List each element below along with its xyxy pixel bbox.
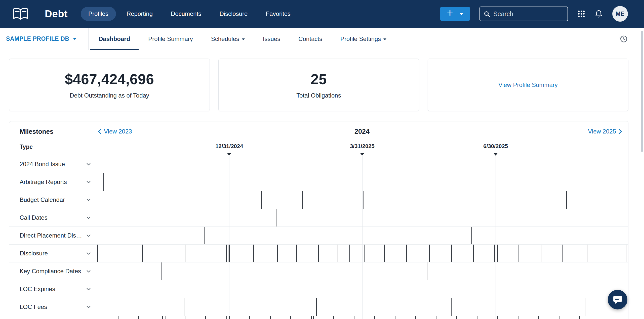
history-icon[interactable] bbox=[619, 34, 628, 43]
profile-selector[interactable]: SAMPLE PROFILE DB bbox=[0, 28, 89, 50]
milestone-tick[interactable] bbox=[451, 298, 452, 316]
milestone-tick[interactable] bbox=[349, 245, 350, 262]
search-box[interactable] bbox=[479, 7, 568, 21]
milestone-tick[interactable] bbox=[559, 316, 559, 319]
milestone-tick[interactable] bbox=[261, 191, 262, 209]
milestone-tick[interactable] bbox=[471, 227, 472, 244]
milestone-tick[interactable] bbox=[518, 316, 518, 319]
milestone-row-label-cell[interactable]: 2024 Bond Issue bbox=[9, 155, 96, 173]
tab-profile-settings[interactable]: Profile Settings bbox=[332, 28, 395, 50]
chevron-down-icon[interactable] bbox=[86, 268, 91, 274]
milestone-row-label-cell[interactable]: Call Dates bbox=[9, 209, 96, 226]
nav-item-favorites[interactable]: Favorites bbox=[258, 7, 298, 21]
milestone-tick[interactable] bbox=[253, 245, 254, 262]
milestone-tick[interactable] bbox=[313, 316, 314, 319]
milestone-tick[interactable] bbox=[415, 316, 416, 319]
chevron-down-icon[interactable] bbox=[86, 161, 91, 167]
milestone-tick[interactable] bbox=[229, 245, 230, 262]
milestone-tick[interactable] bbox=[562, 245, 563, 262]
chevron-down-icon[interactable] bbox=[86, 233, 91, 238]
milestone-tick[interactable] bbox=[229, 316, 230, 319]
milestone-tick[interactable] bbox=[427, 262, 427, 280]
milestone-tick[interactable] bbox=[184, 298, 184, 316]
milestone-tick[interactable] bbox=[477, 316, 477, 319]
milestone-row-label-cell[interactable]: Key Compliance Dates bbox=[9, 262, 96, 280]
tab-dashboard[interactable]: Dashboard bbox=[90, 28, 139, 50]
milestone-tick[interactable] bbox=[162, 262, 162, 280]
tab-contacts[interactable]: Contacts bbox=[290, 28, 331, 50]
chevron-down-icon[interactable] bbox=[86, 304, 91, 310]
milestone-tick[interactable] bbox=[276, 209, 276, 226]
chat-launcher-button[interactable] bbox=[608, 290, 627, 309]
milestone-tick[interactable] bbox=[138, 316, 139, 319]
chevron-down-icon[interactable] bbox=[86, 197, 91, 203]
milestone-tick[interactable] bbox=[290, 316, 291, 319]
scrollbar-thumb[interactable] bbox=[641, 31, 643, 152]
user-avatar[interactable]: ME bbox=[612, 6, 628, 22]
milestone-tick[interactable] bbox=[249, 316, 250, 319]
milestone-tick[interactable] bbox=[494, 245, 495, 262]
milestone-tick[interactable] bbox=[497, 245, 498, 262]
milestone-tick[interactable] bbox=[473, 245, 474, 262]
milestone-row-label-cell[interactable]: Arbitrage Reports bbox=[9, 173, 96, 191]
milestone-tick[interactable] bbox=[451, 245, 452, 262]
notifications-bell-icon[interactable] bbox=[595, 10, 603, 18]
milestone-tick[interactable] bbox=[429, 245, 430, 262]
milestone-tick[interactable] bbox=[354, 316, 354, 319]
milestone-row-label-cell[interactable]: LOC Expiries bbox=[9, 280, 96, 298]
milestone-tick[interactable] bbox=[579, 316, 580, 319]
nav-item-profiles[interactable]: Profiles bbox=[81, 7, 116, 21]
milestone-tick[interactable] bbox=[318, 245, 319, 262]
milestone-tick[interactable] bbox=[587, 245, 587, 262]
milestone-tick[interactable] bbox=[364, 245, 365, 262]
milestone-row-label-cell[interactable]: Disclosure bbox=[9, 245, 96, 262]
milestone-tick[interactable] bbox=[296, 245, 297, 262]
milestone-tick[interactable] bbox=[302, 191, 303, 209]
milestone-tick[interactable] bbox=[538, 316, 539, 319]
milestone-row-label-cell[interactable]: LOC Fees bbox=[9, 298, 96, 316]
milestone-tick[interactable] bbox=[142, 245, 143, 262]
milestone-tick[interactable] bbox=[406, 245, 407, 262]
milestone-tick[interactable] bbox=[277, 245, 278, 262]
chevron-down-icon[interactable] bbox=[86, 286, 91, 292]
milestone-tick[interactable] bbox=[162, 316, 163, 319]
milestone-row-label-cell[interactable]: Budget Calendar bbox=[9, 191, 96, 209]
milestone-tick[interactable] bbox=[338, 245, 338, 262]
milestone-tick[interactable] bbox=[226, 245, 227, 262]
chevron-down-icon[interactable] bbox=[86, 215, 91, 220]
add-button[interactable]: + bbox=[440, 7, 470, 21]
milestone-tick[interactable] bbox=[166, 316, 166, 319]
milestone-tick[interactable] bbox=[436, 316, 436, 319]
nav-item-reporting[interactable]: Reporting bbox=[119, 7, 160, 21]
milestone-tick[interactable] bbox=[585, 298, 585, 316]
milestone-tick[interactable] bbox=[364, 191, 364, 209]
apps-grid-icon[interactable] bbox=[578, 10, 585, 18]
milestone-tick[interactable] bbox=[626, 245, 626, 262]
milestone-tick[interactable] bbox=[456, 316, 457, 319]
milestone-tick[interactable] bbox=[395, 316, 395, 319]
milestone-row-label-cell[interactable]: Direct Placement Disc... bbox=[9, 227, 96, 244]
milestone-tick[interactable] bbox=[542, 245, 542, 262]
milestone-tick[interactable] bbox=[566, 191, 567, 209]
chevron-down-icon[interactable] bbox=[86, 179, 91, 185]
milestone-tick[interactable] bbox=[228, 245, 228, 262]
view-profile-summary-link[interactable]: View Profile Summary bbox=[498, 81, 558, 88]
milestone-tick[interactable] bbox=[185, 245, 185, 262]
chevron-down-icon[interactable] bbox=[86, 251, 91, 256]
milestone-tick[interactable] bbox=[270, 316, 271, 319]
milestone-tick[interactable] bbox=[226, 316, 227, 319]
milestone-tick[interactable] bbox=[311, 316, 312, 319]
milestone-tick[interactable] bbox=[497, 316, 498, 319]
milestone-tick[interactable] bbox=[518, 245, 518, 262]
milestone-tick[interactable] bbox=[316, 298, 317, 316]
milestone-tick[interactable] bbox=[205, 316, 206, 319]
milestone-tick[interactable] bbox=[204, 227, 205, 244]
milestone-tick[interactable] bbox=[185, 316, 185, 319]
nav-item-documents[interactable]: Documents bbox=[163, 7, 209, 21]
nav-item-disclosure[interactable]: Disclosure bbox=[212, 7, 255, 21]
milestone-tick[interactable] bbox=[118, 316, 118, 319]
tab-issues[interactable]: Issues bbox=[254, 28, 289, 50]
view-next-year-link[interactable]: View 2025 bbox=[588, 128, 622, 135]
search-input[interactable] bbox=[493, 10, 564, 18]
debtbook-logo-icon[interactable] bbox=[12, 7, 29, 21]
